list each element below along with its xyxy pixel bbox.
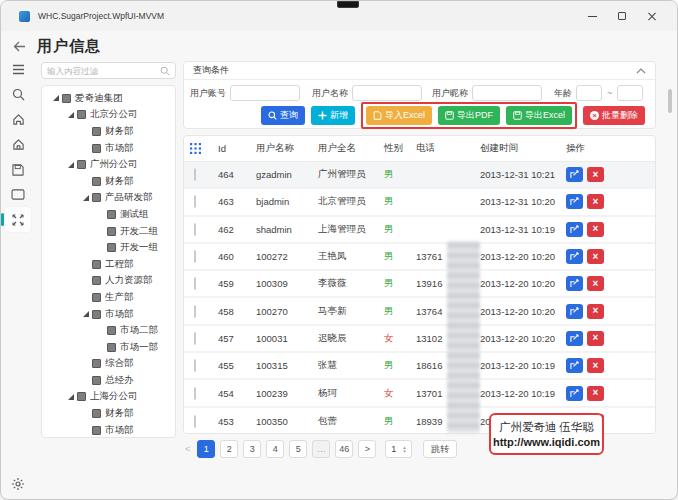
row-checkbox[interactable]	[194, 359, 196, 372]
spinner-down-icon[interactable]: ▾	[403, 449, 406, 454]
delete-row-button[interactable]: ×	[587, 276, 604, 291]
table-row[interactable]: 458 100270 马亭新 男 13764 2013-12-20 10:20 …	[184, 298, 655, 325]
row-checkbox[interactable]	[194, 332, 196, 345]
row-checkbox[interactable]	[194, 305, 196, 318]
window-nav-button[interactable]	[5, 182, 31, 207]
delete-row-button[interactable]: ×	[587, 386, 604, 401]
page-button-current[interactable]: 1	[197, 440, 215, 458]
table-row[interactable]: 459 100309 李薇薇 男 13916 2013-12-20 10:20 …	[184, 271, 655, 298]
name-input[interactable]	[352, 85, 422, 101]
tree-node[interactable]: 工程部	[42, 256, 175, 273]
table-row[interactable]: 454 100239 杨珂 女 13701 2013-12-20 10:19 ×	[184, 380, 655, 407]
minimize-button[interactable]	[577, 1, 607, 31]
delete-row-button[interactable]: ×	[587, 358, 604, 373]
edit-row-button[interactable]	[566, 386, 583, 401]
tree-node[interactable]: 市场部	[42, 140, 175, 157]
dashboard-nav-button[interactable]	[5, 132, 31, 157]
tree-node[interactable]: 市场部	[42, 422, 175, 438]
page-button[interactable]: 4	[266, 440, 284, 458]
tree-node[interactable]: 市场一部	[42, 339, 175, 356]
tree-node[interactable]: 市场部	[42, 306, 175, 323]
table-row[interactable]: 464 gzadmin 广州管理员 男 2013-12-31 10:21 ×	[184, 162, 655, 189]
row-checkbox[interactable]	[194, 415, 196, 428]
tree-node[interactable]: 人力资源部	[42, 273, 175, 290]
expander-icon[interactable]	[80, 195, 92, 201]
tree-node[interactable]: 开发一组	[42, 239, 175, 256]
batch-delete-button[interactable]: × 批量删除	[583, 106, 645, 125]
edit-row-button[interactable]	[566, 167, 583, 182]
delete-row-button[interactable]: ×	[587, 194, 604, 209]
tree-node[interactable]: 综合部	[42, 356, 175, 373]
edit-row-button[interactable]	[566, 249, 583, 264]
edit-row-button[interactable]	[566, 276, 583, 291]
col-header-id[interactable]: Id	[218, 143, 256, 154]
spinner-arrows[interactable]: ▴ ▾	[403, 445, 406, 454]
expander-icon[interactable]	[65, 394, 77, 400]
next-page-button[interactable]: >	[358, 440, 376, 458]
save-nav-button[interactable]	[5, 157, 31, 182]
tree-node[interactable]: 广州分公司	[42, 156, 175, 173]
account-input[interactable]	[230, 85, 300, 101]
search-nav-button[interactable]	[5, 82, 31, 107]
page-button[interactable]: 2	[220, 440, 238, 458]
export-pdf-button[interactable]: 导出PDF	[438, 106, 500, 125]
table-row[interactable]: 460 100272 王艳凤 男 13761 2013-12-20 10:20 …	[184, 244, 655, 271]
tree-node[interactable]: 生产部	[42, 289, 175, 306]
expander-icon[interactable]	[65, 112, 77, 118]
row-checkbox[interactable]	[194, 195, 196, 208]
nickname-input[interactable]	[472, 85, 542, 101]
col-header-created[interactable]: 创建时间	[480, 142, 566, 155]
delete-row-button[interactable]: ×	[587, 222, 604, 237]
vertical-scrollbar[interactable]	[668, 89, 672, 113]
add-button[interactable]: 新增	[311, 106, 355, 125]
table-row[interactable]: 457 100031 迟晓辰 女 13102 2013-12-20 10:20 …	[184, 326, 655, 353]
expander-icon[interactable]	[80, 311, 92, 317]
tree-node[interactable]: 总经办	[42, 372, 175, 389]
col-header-gender[interactable]: 性别	[384, 142, 416, 155]
page-button[interactable]: 46	[335, 440, 353, 458]
tree-node[interactable]: 上海分公司	[42, 389, 175, 406]
home-nav-button[interactable]	[5, 107, 31, 132]
row-checkbox[interactable]	[194, 250, 196, 263]
prev-page-button[interactable]: <	[183, 444, 192, 454]
col-header-phone[interactable]: 电话	[416, 142, 480, 155]
age-min-input[interactable]	[576, 85, 602, 101]
expander-icon[interactable]	[50, 95, 62, 101]
tree-node[interactable]: 产品研发部	[42, 190, 175, 207]
collapse-chevron-icon[interactable]	[636, 68, 646, 74]
edit-row-button[interactable]	[566, 358, 583, 373]
page-button[interactable]: 3	[243, 440, 261, 458]
row-checkbox[interactable]	[194, 277, 196, 290]
page-button[interactable]: 5	[289, 440, 307, 458]
tree-node[interactable]: 财务部	[42, 405, 175, 422]
row-checkbox[interactable]	[194, 168, 196, 181]
delete-row-button[interactable]: ×	[587, 249, 604, 264]
export-excel-button[interactable]: 导出Excel	[506, 106, 572, 125]
tree-node[interactable]: 开发二组	[42, 223, 175, 240]
row-checkbox[interactable]	[194, 223, 196, 236]
search-button[interactable]: 查询	[261, 106, 305, 125]
close-button[interactable]	[637, 1, 667, 31]
maximize-button[interactable]	[607, 1, 637, 31]
import-excel-button[interactable]: 导入Excel	[366, 106, 432, 125]
delete-row-button[interactable]: ×	[587, 167, 604, 182]
edit-row-button[interactable]	[566, 194, 583, 209]
edit-row-button[interactable]	[566, 331, 583, 346]
col-header-name[interactable]: 用户名称	[256, 142, 318, 155]
expander-icon[interactable]	[65, 162, 77, 168]
settings-button[interactable]	[1, 477, 35, 491]
table-row[interactable]: 462 shadmin 上海管理员 男 2013-12-31 10:19 ×	[184, 217, 655, 244]
jump-button[interactable]: 跳转	[423, 440, 457, 458]
tree-node[interactable]: 测试组	[42, 206, 175, 223]
datagrid-nav-button-active[interactable]	[5, 207, 31, 232]
edit-row-button[interactable]	[566, 222, 583, 237]
delete-row-button[interactable]: ×	[587, 331, 604, 346]
delete-row-button[interactable]: ×	[587, 304, 604, 319]
grid-handle-icon[interactable]	[190, 143, 201, 154]
tree-node[interactable]: 市场二部	[42, 322, 175, 339]
tree-node[interactable]: 财务部	[42, 173, 175, 190]
edit-row-button[interactable]	[566, 304, 583, 319]
age-max-input[interactable]	[617, 85, 643, 101]
tree-node[interactable]: 财务部	[42, 123, 175, 140]
table-row[interactable]: 463 bjadmin 北京管理员 男 2013-12-31 10:20 ×	[184, 189, 655, 216]
